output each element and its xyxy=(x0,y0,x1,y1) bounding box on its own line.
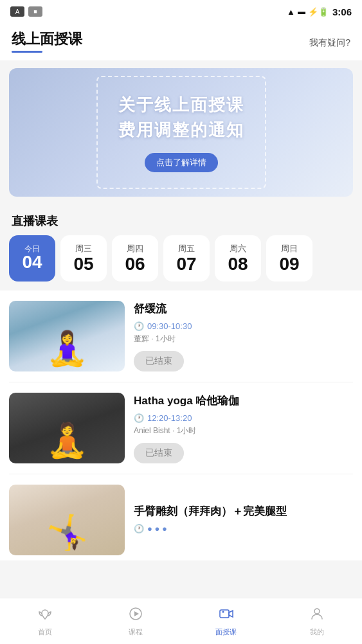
video-icon xyxy=(219,606,234,625)
day-tab-0[interactable]: 今日 04 xyxy=(9,235,55,282)
banner-content: 关于线上面授课 费用调整的通知 点击了解详情 xyxy=(96,76,266,189)
svg-point-3 xyxy=(222,611,224,613)
course-thumb-0 xyxy=(9,301,125,371)
day-number-0: 04 xyxy=(22,253,42,273)
status-time: 3:06 xyxy=(332,6,352,17)
page-title: 线上面授课 xyxy=(12,30,82,53)
day-label-2: 周四 xyxy=(127,243,143,255)
clock-icon-0: 🕐 xyxy=(134,321,144,331)
day-tab-4[interactable]: 周六 08 xyxy=(215,235,261,282)
bottom-nav: 首页 课程 面授课 我的 xyxy=(0,598,362,644)
nav-item-home[interactable]: 首页 xyxy=(0,598,91,644)
course-name-1: Hatha yoga 哈他瑜伽 xyxy=(134,393,353,408)
day-number-2: 06 xyxy=(125,255,145,274)
course-item-2[interactable]: 手臂雕刻（拜拜肉）＋完美腿型 🕐 ● ● ● xyxy=(9,474,353,560)
day-tab-5[interactable]: 周日 09 xyxy=(266,235,312,282)
status-right-info: ▲ ▬ ⚡🔋 3:06 xyxy=(287,6,352,17)
play-icon xyxy=(128,606,143,625)
course-info-0: 舒缓流 🕐 09:30-10:30 董辉 · 1小时 已结束 xyxy=(134,301,353,371)
nav-item-mine[interactable]: 我的 xyxy=(271,598,362,644)
day-number-5: 09 xyxy=(279,255,299,274)
status-icons: ▲ ▬ ⚡🔋 xyxy=(287,7,329,17)
status-bar: A ■ ▲ ▬ ⚡🔋 3:06 xyxy=(0,0,362,23)
svg-point-4 xyxy=(314,609,320,614)
course-thumb-1 xyxy=(9,393,125,463)
day-tab-2[interactable]: 周四 06 xyxy=(112,235,158,282)
course-item-0[interactable]: 舒缓流 🕐 09:30-10:30 董辉 · 1小时 已结束 xyxy=(9,291,353,382)
course-teacher-1: Aniel Bisht · 1小时 xyxy=(134,425,353,436)
day-label-1: 周三 xyxy=(75,243,92,255)
course-status-0[interactable]: 已结束 xyxy=(134,351,184,371)
banner-button[interactable]: 点击了解详情 xyxy=(145,153,218,172)
day-tabs-container: 今日 04 周三 05 周四 06 周五 07 周六 08 周日 09 xyxy=(0,235,362,282)
course-item-1[interactable]: Hatha yoga 哈他瑜伽 🕐 12:20-13:20 Aniel Bish… xyxy=(9,382,353,474)
question-link[interactable]: 我有疑问? xyxy=(309,37,350,53)
course-list: 舒缓流 🕐 09:30-10:30 董辉 · 1小时 已结束 Hatha yog… xyxy=(0,291,362,560)
lotus-icon xyxy=(37,606,53,625)
day-label-4: 周六 xyxy=(230,243,246,255)
clock-icon-1: 🕐 xyxy=(134,413,144,423)
day-label-3: 周五 xyxy=(178,243,195,255)
course-teacher-0: 董辉 · 1小时 xyxy=(134,334,353,344)
day-number-4: 08 xyxy=(228,255,248,274)
nav-label-home: 首页 xyxy=(38,627,52,637)
nav-label-mine: 我的 xyxy=(310,627,324,637)
day-number-1: 05 xyxy=(73,255,93,274)
banner-title: 关于线上面授课 费用调整的通知 xyxy=(118,93,244,143)
day-tab-3[interactable]: 周五 07 xyxy=(163,235,210,282)
course-time-1: 12:20-13:20 xyxy=(147,413,192,423)
banner[interactable]: 关于线上面授课 费用调整的通知 点击了解详情 xyxy=(9,68,353,197)
app-icon-a: A xyxy=(10,6,24,17)
course-status-1[interactable]: 已结束 xyxy=(134,443,184,463)
day-number-3: 07 xyxy=(176,255,196,274)
course-info-2: 手臂雕刻（拜拜肉）＋完美腿型 🕐 ● ● ● xyxy=(134,504,353,536)
signal-icon: ▬ xyxy=(298,7,305,16)
status-left-icons: A ■ xyxy=(10,6,42,17)
schedule-section-title: 直播课表 xyxy=(0,204,362,235)
header: 线上面授课 我有疑问? xyxy=(0,23,362,60)
nav-item-live[interactable]: 面授课 xyxy=(181,598,272,644)
app-icon-b: ■ xyxy=(28,6,42,17)
course-thumb-2 xyxy=(9,485,125,555)
battery-icon: ⚡🔋 xyxy=(308,7,329,17)
day-label-5: 周日 xyxy=(281,243,298,255)
wifi-icon: ▲ xyxy=(287,7,295,17)
course-time-row-2: 🕐 ● ● ● xyxy=(134,524,353,533)
course-name-2: 手臂雕刻（拜拜肉）＋完美腿型 xyxy=(134,504,353,519)
course-time-0: 09:30-10:30 xyxy=(147,321,192,331)
nav-label-live: 面授课 xyxy=(215,627,237,637)
svg-rect-2 xyxy=(220,610,229,618)
course-time-2: ● ● ● xyxy=(147,524,167,533)
nav-item-courses[interactable]: 课程 xyxy=(91,598,181,644)
nav-label-courses: 课程 xyxy=(129,627,143,637)
course-info-1: Hatha yoga 哈他瑜伽 🕐 12:20-13:20 Aniel Bish… xyxy=(134,393,353,463)
course-time-row-1: 🕐 12:20-13:20 xyxy=(134,413,353,423)
today-label: 今日 xyxy=(24,245,40,253)
person-icon xyxy=(309,606,325,625)
course-name-0: 舒缓流 xyxy=(134,301,353,316)
course-time-row-0: 🕐 09:30-10:30 xyxy=(134,321,353,331)
day-tab-1[interactable]: 周三 05 xyxy=(60,235,107,282)
clock-icon-2: 🕐 xyxy=(134,524,144,533)
svg-marker-1 xyxy=(134,611,139,616)
